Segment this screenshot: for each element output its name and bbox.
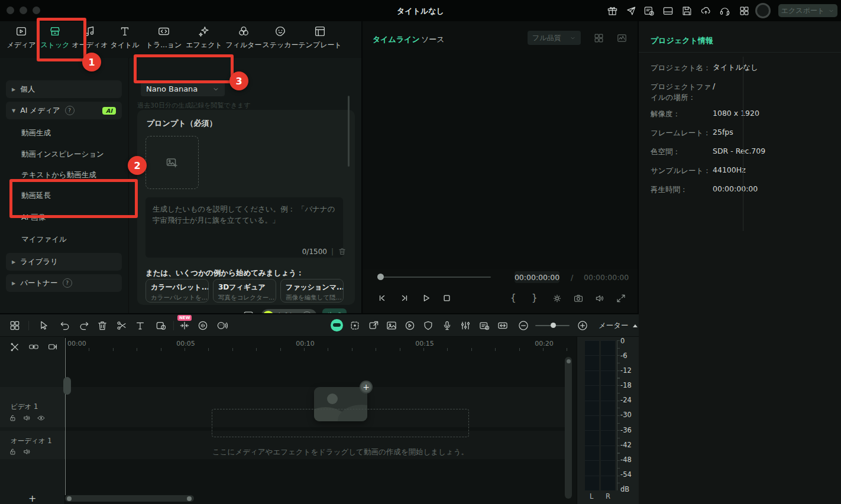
- meter-unit: dB: [620, 486, 638, 493]
- title-icon: [118, 25, 131, 38]
- total-timecode: 00:00:00:00: [584, 273, 629, 282]
- current-timecode: 00:00:00:00: [515, 271, 559, 283]
- stop-icon[interactable]: [441, 292, 453, 304]
- scrubber-handle[interactable]: [377, 274, 384, 280]
- undo-icon[interactable]: [59, 320, 71, 331]
- next-frame-icon[interactable]: [398, 292, 410, 304]
- delete-icon[interactable]: [96, 320, 108, 331]
- eye-icon[interactable]: [37, 414, 46, 422]
- multi-view-icon[interactable]: [593, 32, 604, 44]
- history-icon[interactable]: [643, 5, 655, 17]
- help-icon[interactable]: ?: [63, 278, 72, 288]
- sidebar-group-personal[interactable]: ▶ 個人: [6, 80, 122, 98]
- sidebar-item-video-inspiration[interactable]: 動画インスピレーション: [21, 149, 104, 160]
- select-cursor-icon[interactable]: [38, 320, 50, 331]
- zoom-slider-handle[interactable]: [551, 323, 556, 328]
- trash-icon[interactable]: [338, 247, 347, 256]
- render-preview-icon[interactable]: [422, 320, 434, 331]
- quality-dropdown[interactable]: フル品質: [528, 31, 581, 45]
- ai-denoise-icon[interactable]: [216, 320, 228, 331]
- send-icon[interactable]: [625, 5, 636, 17]
- apps-icon[interactable]: [739, 5, 750, 17]
- example-card-3d-figure[interactable]: 3Dフィギュア 写真をコレクター...: [213, 279, 276, 303]
- fit-timeline-icon[interactable]: [497, 320, 509, 331]
- sidebar-group-partner[interactable]: ▶ パートナー ?: [6, 274, 122, 292]
- model-dropdown[interactable]: Nano Banana: [141, 82, 225, 96]
- lock-icon[interactable]: [8, 414, 17, 422]
- playback-settings-icon[interactable]: [552, 293, 562, 304]
- tab-template[interactable]: テンプレート: [297, 25, 343, 50]
- media-drop-zone[interactable]: [212, 409, 469, 437]
- volume-icon[interactable]: [594, 293, 605, 304]
- project-row-resolution: 解像度： 1080 x 1920: [651, 109, 828, 119]
- auto-reframe-icon[interactable]: [349, 320, 361, 331]
- unlink-icon[interactable]: [9, 342, 20, 352]
- headset-icon[interactable]: [719, 5, 730, 17]
- audio-mixer-icon[interactable]: [460, 320, 471, 331]
- help-icon[interactable]: ?: [65, 106, 75, 115]
- gift-icon[interactable]: [607, 5, 618, 17]
- text-tool-icon[interactable]: [134, 320, 146, 331]
- mark-in-icon[interactable]: {: [510, 292, 516, 303]
- snapshot-icon[interactable]: [573, 293, 584, 304]
- fullscreen-icon[interactable]: [616, 293, 626, 304]
- panel-scrollbar[interactable]: [348, 96, 350, 167]
- sidebar-group-library[interactable]: ▶ ライブラリ: [6, 253, 122, 271]
- freeze-frame-icon[interactable]: [386, 320, 397, 331]
- example-card-fashion[interactable]: ファッションマ... 画像を編集して隠...: [280, 279, 344, 303]
- example-card-color-palette[interactable]: カラーパレット... カラーパレットを...: [145, 279, 209, 303]
- playhead-handle[interactable]: [63, 377, 71, 395]
- mute-icon[interactable]: [22, 447, 31, 456]
- track-manager-icon[interactable]: [47, 342, 58, 352]
- sidebar-item-video-generation[interactable]: 動画生成: [21, 128, 51, 138]
- image-upload-box[interactable]: [145, 136, 199, 189]
- export-clip-icon[interactable]: [368, 320, 380, 331]
- ai-voice-icon[interactable]: [197, 320, 209, 331]
- save-icon[interactable]: [681, 5, 693, 17]
- preview-tab-timeline[interactable]: タイムライン: [373, 34, 420, 45]
- avatar[interactable]: [755, 3, 771, 18]
- timeline-empty-message: ここにメディアやエフェクトをドラッグして動画の作成を開始しましょう。: [212, 447, 469, 457]
- preview-tab-source[interactable]: ソース: [421, 34, 445, 45]
- mute-icon[interactable]: [22, 414, 31, 422]
- previous-frame-icon[interactable]: [376, 292, 389, 304]
- zoom-out-icon[interactable]: [517, 320, 529, 331]
- redo-icon[interactable]: [78, 320, 90, 331]
- audio-track-header[interactable]: オーディオ 1: [0, 431, 65, 459]
- ai-assistant-icon[interactable]: [331, 319, 343, 331]
- scrollbar[interactable]: [743, 57, 744, 231]
- video-track-header[interactable]: ビデオ 1: [0, 387, 65, 427]
- sidebar-group-ai-media[interactable]: ▼ AI メディア ? AI: [6, 102, 122, 119]
- split-icon[interactable]: [116, 320, 128, 331]
- cloud-upload-icon[interactable]: [700, 5, 711, 17]
- meter-toggle[interactable]: メーター: [599, 321, 638, 331]
- play-icon[interactable]: [420, 292, 432, 304]
- scope-icon[interactable]: [616, 32, 627, 44]
- vertical-scrollbar[interactable]: [565, 357, 572, 499]
- add-track-button[interactable]: +: [28, 493, 36, 504]
- mark-out-icon[interactable]: }: [532, 292, 538, 303]
- export-button[interactable]: エクスポート: [778, 4, 837, 17]
- layout-grid-icon[interactable]: [9, 320, 21, 331]
- sidebar-item-my-files[interactable]: マイファイル: [21, 235, 67, 245]
- new-badge: NEW: [177, 315, 192, 321]
- layout-icon[interactable]: [662, 5, 674, 17]
- speed-icon[interactable]: [404, 320, 416, 331]
- meter-bar-right: [601, 340, 615, 490]
- meter-left-label: L: [590, 492, 593, 500]
- media-icon: [15, 25, 28, 38]
- lock-icon[interactable]: [8, 447, 17, 456]
- smart-snap-icon[interactable]: [179, 320, 190, 331]
- caret-right-icon: ▶: [12, 259, 15, 265]
- link-icon[interactable]: [28, 342, 39, 352]
- record-voiceover-icon[interactable]: [441, 320, 453, 331]
- tab-transition[interactable]: トラ...ョン: [141, 25, 187, 50]
- zoom-in-icon[interactable]: [577, 320, 588, 331]
- playhead[interactable]: [65, 338, 66, 495]
- scrubber-track[interactable]: [380, 277, 491, 278]
- annotation-badge-1: 1: [82, 53, 101, 71]
- auto-sync-icon[interactable]: [478, 320, 490, 331]
- mask-icon[interactable]: [155, 320, 167, 331]
- horizontal-scrollbar[interactable]: [65, 495, 194, 502]
- filmora-app-window: タイトルなし エクスポート メディア ストック オーディオ: [0, 0, 841, 504]
